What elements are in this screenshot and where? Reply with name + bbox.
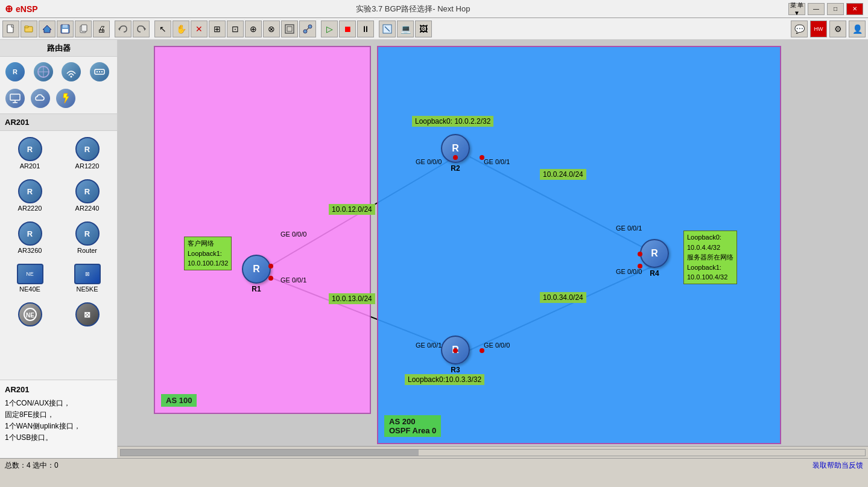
device-ar2220[interactable]: R AR2220 [4,177,56,214]
svg-rect-26 [10,94,20,100]
as200-label: AS 200 OSPF Area 0 [384,415,441,437]
chat-btn[interactable]: 💬 [791,21,808,37]
home-btn[interactable] [39,21,55,37]
maximize-btn[interactable]: □ [827,3,844,15]
r1-info-box: 客户网络 Loopback1: 10.0.100.1/32 [184,237,232,270]
r4-info-line2: 10.0.4.4/32 [687,243,733,253]
iface-r3-ge001: GE 0/0/1 [416,342,442,349]
device-icon-switch[interactable] [88,60,111,83]
open-btn[interactable] [21,21,37,37]
terminal-btn[interactable]: 💻 [397,21,414,37]
close-btn[interactable]: ✕ [846,3,863,15]
fit-btn[interactable] [281,21,298,37]
group-btn[interactable]: ⊞ [209,21,226,37]
canvas-scroll[interactable]: AS 100 AS 200 OSPF Area 0 R R1 R R2 [118,40,868,446]
copy-btn[interactable] [75,21,92,37]
svg-rect-23 [97,71,98,72]
ar2240-icon: R [75,179,100,203]
print-btn[interactable]: 🖨 [93,21,110,37]
zoomout-btn[interactable]: ⊗ [263,21,280,37]
delete-btn[interactable]: ✕ [191,21,207,37]
settings-btn[interactable]: ⚙ [829,21,846,37]
pan-btn[interactable]: ✋ [173,21,189,37]
router-r1[interactable]: R R1 [242,255,271,293]
minimize-btn[interactable]: — [808,3,825,15]
svg-rect-11 [285,25,294,33]
net-label-1012: 10.0.12.0/24 [329,204,375,215]
device-ar3260[interactable]: R AR3260 [4,219,56,256]
device-icon-wireless[interactable] [60,60,83,83]
iface-r2-ge000: GE 0/0/0 [416,158,442,165]
iface-r1-ge000: GE 0/0/0 [280,231,306,238]
device-ar1220[interactable]: R AR1220 [61,135,113,172]
huawei-btn[interactable]: HW [810,21,827,37]
device-icon-power[interactable] [54,87,77,110]
titlebar: ⊕ eNSP 实验3.7 BGP路径选择- Next Hop 菜 单▼ — □ … [0,0,868,18]
net-label-1013: 10.0.13.0/24 [329,293,375,304]
canvas-area[interactable]: AS 100 AS 200 OSPF Area 0 R R1 R R2 [118,40,868,458]
user-btn[interactable]: 👤 [849,21,866,37]
r4-info-box: Loopback0: 10.0.4.4/32 服务器所在网络 Loopback1… [683,231,737,284]
stop-btn[interactable]: ⏹ [339,21,356,37]
ungroup-btn[interactable]: ⊡ [227,21,244,37]
ne40e-icon: NE [17,264,43,284]
r4-info-line5: 10.0.100.4/32 [687,272,733,282]
device-icon-cloud[interactable] [29,87,52,110]
device-extra2[interactable]: ⊠ [61,300,113,330]
device-grid-row2 [0,87,117,113]
router-r4[interactable]: R R4 [640,239,669,278]
device-extra1[interactable]: NE [4,300,56,330]
device-icon-router2[interactable] [32,60,55,83]
iface-r4-ge000: GE 0/0/0 [616,268,642,275]
pause-btn[interactable]: ⏸ [357,21,374,37]
router-r3[interactable]: R R3 [441,336,470,374]
zoomin-btn[interactable]: ⊕ [245,21,262,37]
select-btn[interactable]: ↖ [154,21,171,37]
r1-body: R [242,255,271,284]
ne5ke-icon: ⊠ [74,264,101,284]
redo-btn[interactable] [133,21,150,37]
undo-btn[interactable] [115,21,131,37]
h-scrollbar-thumb[interactable] [121,450,419,456]
link-btn[interactable] [299,21,316,37]
r3-label: R3 [451,366,460,374]
ar201-icon: R [18,137,42,161]
svg-text:NE: NE [26,312,34,319]
svg-marker-10 [144,27,146,31]
dot-r1-top [268,264,273,269]
router-r2[interactable]: R R2 [441,134,470,173]
r1-info-line1: 客户网络 [188,238,228,249]
ar2220-icon: R [18,179,42,203]
topo-btn[interactable] [379,21,396,37]
svg-rect-2 [25,26,28,28]
capture-btn[interactable]: 🖼 [415,21,432,37]
status-right: 装取帮助当反馈 [813,460,863,471]
menu-btn[interactable]: 菜 单▼ [788,3,805,15]
device-router[interactable]: R Router [61,219,113,256]
r4-info-line4: Loopback1: [687,263,733,273]
window-title: 实验3.7 BGP路径选择- Next Hop [356,4,470,14]
ar2240-label: AR2240 [75,205,100,212]
horizontal-scrollbar-area [118,446,868,458]
iface-r4-ge001: GE 0/0/1 [616,224,642,232]
new-btn[interactable] [2,21,19,37]
device-ne40e[interactable]: NE NE40E [4,261,56,295]
h-scrollbar[interactable] [120,449,866,456]
canvas[interactable]: AS 100 AS 200 OSPF Area 0 R R1 R R2 [118,40,841,446]
start-btn[interactable]: ▷ [321,21,338,37]
device-ne5ke[interactable]: ⊠ NE5KE [61,261,113,295]
dot-r1-bot [268,276,273,281]
as100-area: AS 100 [154,46,371,414]
ne40e-label: NE40E [19,285,40,293]
svg-point-15 [308,25,312,28]
ar3260-label: AR3260 [18,247,42,254]
dot-r2-left [453,155,458,160]
sidebar-scroll[interactable]: AR201 R AR201 R AR1220 R AR2220 [0,113,117,380]
device-icon-router1[interactable]: R [4,60,27,83]
device-ar201[interactable]: R AR201 [4,135,56,172]
save-btn[interactable] [57,21,74,37]
device-icon-pc[interactable] [4,87,27,110]
sidebar-ar201-title[interactable]: AR201 [0,114,117,131]
device-ar2240[interactable]: R AR2240 [61,177,113,214]
r2-label: R2 [451,164,460,173]
